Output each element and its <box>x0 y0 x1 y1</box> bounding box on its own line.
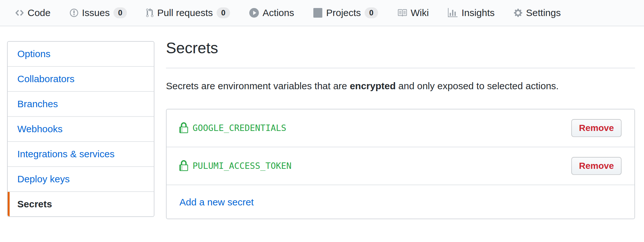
book-icon <box>397 8 407 18</box>
repo-nav: Code Issues 0 Pull requests 0 Actions Pr… <box>0 0 644 26</box>
secret-name: GOOGLE_CREDENTIALS <box>179 122 286 134</box>
tab-label: Actions <box>263 7 294 18</box>
secrets-description: Secrets are environment variables that a… <box>166 81 635 91</box>
add-new-secret-link[interactable]: Add a new secret <box>179 197 254 207</box>
description-suffix: and only exposed to selected actions. <box>396 81 559 91</box>
secret-row: PULUMI_ACCESS_TOKEN Remove <box>167 147 634 185</box>
remove-secret-button[interactable]: Remove <box>571 157 622 175</box>
tab-label: Code <box>28 7 51 18</box>
description-bold: encrypted <box>350 81 396 91</box>
sidebar-item-collaborators[interactable]: Collaborators <box>8 67 154 92</box>
sidebar-item-branches[interactable]: Branches <box>8 92 154 117</box>
tab-insights[interactable]: Insights <box>438 7 504 18</box>
tab-code[interactable]: Code <box>6 7 60 18</box>
tab-label: Insights <box>461 7 494 18</box>
sidebar-item-deploy-keys[interactable]: Deploy keys <box>8 167 154 192</box>
page-title: Secrets <box>166 39 635 68</box>
tab-settings[interactable]: Settings <box>504 7 570 18</box>
sidebar-item-secrets[interactable]: Secrets <box>8 192 154 216</box>
tab-pull-requests[interactable]: Pull requests 0 <box>136 7 240 18</box>
tab-label: Pull requests <box>157 7 213 18</box>
code-icon <box>15 8 24 18</box>
lock-icon <box>179 160 188 172</box>
gear-icon <box>514 8 522 18</box>
lock-icon <box>179 122 188 134</box>
issues-counter: 0 <box>113 7 127 18</box>
tab-label: Settings <box>526 7 561 18</box>
settings-sidebar: Options Collaborators Branches Webhooks … <box>7 41 154 217</box>
secrets-main: Secrets Secrets are environment variable… <box>166 41 635 219</box>
secret-name: PULUMI_ACCESS_TOKEN <box>179 160 292 172</box>
tab-label: Issues <box>82 7 110 18</box>
secrets-list: GOOGLE_CREDENTIALS Remove PULUMI_ACCESS_… <box>166 109 635 219</box>
sidebar-item-options[interactable]: Options <box>8 42 154 67</box>
tab-wiki[interactable]: Wiki <box>388 7 439 18</box>
remove-secret-button[interactable]: Remove <box>571 119 622 137</box>
tab-actions[interactable]: Actions <box>240 7 304 18</box>
project-icon <box>313 8 322 18</box>
secret-name-label: GOOGLE_CREDENTIALS <box>193 123 286 134</box>
description-prefix: Secrets are environment variables that a… <box>166 81 350 91</box>
settings-layout: Options Collaborators Branches Webhooks … <box>0 26 644 219</box>
git-pull-request-icon <box>146 8 153 18</box>
projects-counter: 0 <box>365 7 378 18</box>
play-icon <box>249 8 259 18</box>
tab-label: Projects <box>326 7 361 18</box>
graph-icon <box>448 8 458 18</box>
tab-label: Wiki <box>411 7 429 18</box>
issue-opened-icon <box>70 8 78 18</box>
secret-row: GOOGLE_CREDENTIALS Remove <box>167 109 634 147</box>
pull-requests-counter: 0 <box>217 7 230 18</box>
add-secret-row: Add a new secret <box>167 185 634 219</box>
tab-issues[interactable]: Issues 0 <box>60 7 136 18</box>
secret-name-label: PULUMI_ACCESS_TOKEN <box>193 160 292 171</box>
sidebar-item-integrations-services[interactable]: Integrations & services <box>8 142 154 167</box>
sidebar-item-webhooks[interactable]: Webhooks <box>8 117 154 142</box>
tab-projects[interactable]: Projects 0 <box>304 7 388 18</box>
